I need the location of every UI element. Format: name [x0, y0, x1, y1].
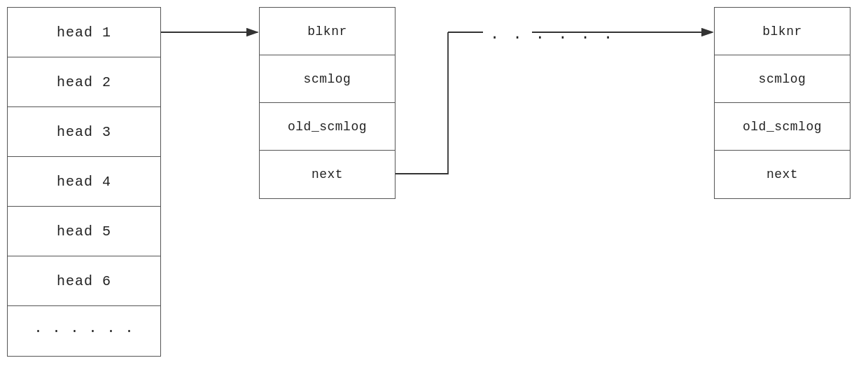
head-4-label: head 4	[57, 174, 111, 190]
node2-next: next	[715, 151, 850, 198]
head-3-label: head 3	[57, 124, 111, 140]
head-6-cell: head 6	[8, 256, 160, 306]
head-dots-cell: · · · · · ·	[8, 306, 160, 356]
node1-next: next	[260, 151, 395, 198]
node2-blknr: blknr	[715, 8, 850, 55]
head-3-cell: head 3	[8, 107, 160, 157]
node1-blknr: blknr	[260, 8, 395, 55]
head-dots-label: · · · · · ·	[34, 323, 134, 339]
head-2-cell: head 2	[8, 57, 160, 107]
node1-old-scmlog: old_scmlog	[260, 103, 395, 151]
head-1-cell: head 1	[8, 8, 160, 57]
head-6-label: head 6	[57, 273, 111, 289]
head-5-label: head 5	[57, 223, 111, 240]
middle-dots: · · · · · ·	[490, 29, 615, 47]
head-5-cell: head 5	[8, 207, 160, 256]
head-4-cell: head 4	[8, 157, 160, 207]
node2-box: blknr scmlog old_scmlog next	[714, 7, 850, 199]
node2-old-scmlog: old_scmlog	[715, 103, 850, 151]
arrow-node1-next-connector	[396, 32, 448, 174]
diagram: head 1 head 2 head 3 head 4 head 5 head …	[0, 0, 868, 365]
head-list: head 1 head 2 head 3 head 4 head 5 head …	[7, 7, 161, 357]
node2-scmlog: scmlog	[715, 55, 850, 103]
node1-box: blknr scmlog old_scmlog next	[259, 7, 396, 199]
node1-scmlog: scmlog	[260, 55, 395, 103]
head-2-label: head 2	[57, 74, 111, 90]
head-1-label: head 1	[57, 25, 111, 41]
